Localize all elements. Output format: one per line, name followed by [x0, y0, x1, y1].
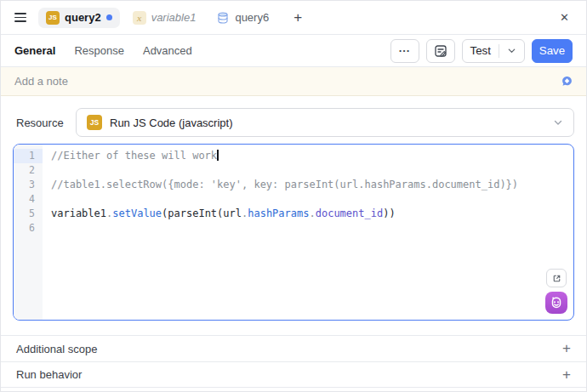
- editor-toolbar: General Response Advanced ... Test: [1, 35, 586, 67]
- section-label: Additional scope: [16, 343, 97, 355]
- tab-response[interactable]: Response: [74, 44, 124, 57]
- line-number: 4: [14, 192, 43, 207]
- test-button[interactable]: Test: [462, 39, 525, 63]
- tab-label: query2: [65, 11, 101, 24]
- plus-icon[interactable]: +: [562, 366, 571, 383]
- database-icon: [216, 11, 230, 25]
- code-line-6: [51, 221, 573, 236]
- code-line-5: variable1.setValue(parseInt(url.hashPara…: [51, 207, 573, 221]
- tab-query6[interactable]: query6: [208, 8, 276, 28]
- line-number: 2: [14, 163, 43, 178]
- js-icon: JS: [87, 115, 102, 130]
- line-number: 1: [14, 149, 43, 163]
- tab-query2[interactable]: JS query2: [38, 8, 120, 28]
- line-number-gutter: 1 2 3 4 5 6: [14, 145, 43, 320]
- code-editor[interactable]: 1 2 3 4 5 6 //Either of these will work …: [13, 144, 574, 321]
- robot-icon: [549, 295, 564, 310]
- add-tab-button[interactable]: +: [287, 8, 309, 28]
- save-button[interactable]: Save: [532, 39, 573, 63]
- markdown-icon: [561, 76, 573, 87]
- tab-general[interactable]: General: [14, 44, 55, 57]
- ai-assistant-button[interactable]: [545, 292, 567, 314]
- section-additional-scope[interactable]: Additional scope +: [1, 335, 586, 361]
- js-icon: JS: [46, 11, 60, 25]
- tab-variable1[interactable]: x variable1: [125, 8, 204, 28]
- unsaved-indicator-dot: [106, 14, 112, 20]
- line-number: 5: [14, 207, 43, 221]
- expand-editor-button[interactable]: [546, 269, 567, 287]
- plus-icon[interactable]: +: [562, 340, 571, 357]
- text-caret: [217, 150, 219, 161]
- tab-advanced[interactable]: Advanced: [143, 44, 192, 57]
- variable-icon: x: [133, 11, 146, 25]
- code-line-4: [51, 192, 573, 207]
- code-area[interactable]: //Either of these will work //table1.sel…: [43, 145, 573, 320]
- tab-bar: JS query2 x variable1 query6 + ✕: [1, 1, 586, 35]
- popout-icon: [551, 273, 562, 284]
- code-line-2: [51, 163, 573, 178]
- code-line-3: //table1.selectRow({mode: 'key', key: pa…: [51, 178, 573, 192]
- tab-label: query6: [235, 11, 269, 24]
- test-button-label: Test: [470, 44, 499, 57]
- resource-label: Resource: [13, 116, 76, 129]
- resource-row: Resource JS Run JS Code (javascript): [1, 108, 586, 137]
- resource-value: Run JS Code (javascript): [110, 116, 233, 129]
- code-line-1: //Either of these will work: [51, 149, 573, 163]
- more-options-button[interactable]: ...: [390, 39, 419, 63]
- notes-button[interactable]: [426, 39, 455, 63]
- note-input[interactable]: Add a note: [1, 67, 586, 96]
- resource-select[interactable]: JS Run JS Code (javascript): [76, 108, 574, 137]
- document-note-icon: [434, 44, 447, 58]
- note-placeholder: Add a note: [14, 75, 68, 88]
- query-editor-panel: JS query2 x variable1 query6 + ✕ General…: [0, 0, 587, 392]
- menu-icon[interactable]: [14, 13, 26, 22]
- toolbar-actions: ... Test Save: [390, 39, 573, 63]
- section-label: Run behavior: [16, 368, 82, 381]
- close-icon[interactable]: ✕: [556, 8, 573, 27]
- chevron-down-icon: [553, 117, 563, 128]
- chevron-down-icon[interactable]: [499, 46, 516, 55]
- line-number: 6: [14, 221, 43, 236]
- tab-label: variable1: [151, 11, 197, 24]
- bottom-sections: Additional scope + Run behavior +: [1, 335, 586, 388]
- section-run-behavior[interactable]: Run behavior +: [1, 361, 586, 388]
- line-number: 3: [14, 178, 43, 192]
